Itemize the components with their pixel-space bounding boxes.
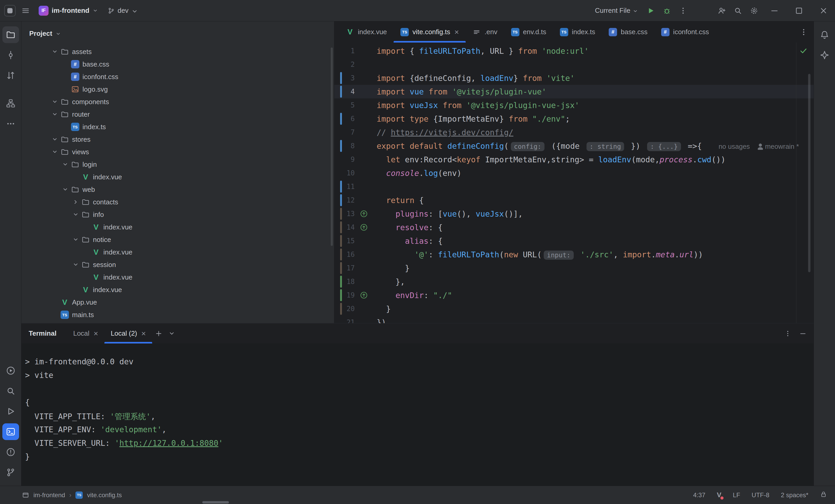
maximize-button[interactable] xyxy=(788,0,811,21)
chevron-icon[interactable] xyxy=(51,98,59,105)
code-line-9[interactable]: 9 let env:Record<keyof ImportMetaEnv,str… xyxy=(334,153,814,166)
code-line-1[interactable]: 1import { fileURLToPath, URL } from 'nod… xyxy=(334,44,814,58)
code-line-3[interactable]: 3import {defineConfig, loadEnv} from 'vi… xyxy=(334,71,814,85)
code-line-19[interactable]: 19 envDir: "./" xyxy=(334,288,814,302)
code-line-17[interactable]: 17 } xyxy=(334,261,814,275)
editor-tab-base-css[interactable]: #base.css xyxy=(602,21,654,43)
terminal-options-icon[interactable] xyxy=(781,327,794,340)
vim-mode-icon[interactable]: V xyxy=(717,491,721,499)
tree-item-router[interactable]: router xyxy=(21,108,334,121)
hide-terminal-icon[interactable] xyxy=(796,327,810,340)
terminal-tab-Local[interactable]: Local× xyxy=(67,323,104,343)
code-line-4[interactable]: 4import vue from '@vitejs/plugin-vue' xyxy=(334,85,814,98)
code-line-11[interactable]: 11 xyxy=(334,180,814,194)
chevron-icon[interactable] xyxy=(62,186,69,193)
tree-item-stores[interactable]: stores xyxy=(21,133,334,146)
code-line-16[interactable]: 16 '@': fileURLToPath(new URL(input: './… xyxy=(334,248,814,261)
find-tool-icon[interactable] xyxy=(2,383,19,399)
new-terminal-icon[interactable] xyxy=(152,327,165,340)
editor-tab-index-vue[interactable]: Vindex.vue xyxy=(339,21,394,43)
settings-icon[interactable] xyxy=(747,3,761,18)
code-line-10[interactable]: 10 console.log(env) xyxy=(334,166,814,180)
chevron-icon[interactable] xyxy=(72,236,79,243)
terminal-title[interactable]: Terminal xyxy=(29,329,56,338)
gutter-action-icon[interactable] xyxy=(355,210,376,218)
caret-position[interactable]: 4:37 xyxy=(693,491,706,499)
code-line-21[interactable]: 21}) xyxy=(334,316,814,323)
chevron-icon[interactable] xyxy=(51,111,59,118)
tree-item-notice[interactable]: notice xyxy=(21,233,334,246)
tree-item-App-vue[interactable]: VApp.vue xyxy=(21,296,334,308)
tree-item-main-ts[interactable]: TSmain.ts xyxy=(21,308,334,321)
terminal-output[interactable]: > im-frontend@0.0.0 dev> vite{ VITE_APP_… xyxy=(21,343,814,486)
branch-widget[interactable]: dev xyxy=(104,4,140,17)
code-editor[interactable]: 1import { fileURLToPath, URL } from 'nod… xyxy=(334,43,814,323)
code-line-12[interactable]: 12 return { xyxy=(334,194,814,207)
editor-scrollbar-thumb[interactable] xyxy=(808,74,811,272)
run-config-selector[interactable]: Current File xyxy=(591,6,642,15)
chevron-icon[interactable] xyxy=(72,261,79,268)
tree-item-base-css[interactable]: #base.css xyxy=(21,58,334,70)
code-line-8[interactable]: 8export default defineConfig(config: ({m… xyxy=(334,139,814,153)
services-tool-icon[interactable] xyxy=(2,362,19,379)
file-encoding[interactable]: UTF-8 xyxy=(752,491,770,499)
chevron-icon[interactable] xyxy=(51,48,59,55)
run-tool-icon[interactable] xyxy=(2,403,19,420)
editor-tab-iconfont-css[interactable]: #iconfont.css xyxy=(654,21,716,43)
tree-item-index-vue[interactable]: Vindex.vue xyxy=(21,271,334,283)
project-tool-icon[interactable] xyxy=(2,26,19,43)
terminal-dropdown-icon[interactable] xyxy=(165,327,178,340)
gutter-action-icon[interactable] xyxy=(355,291,376,299)
editor-tab-index-ts[interactable]: TSindex.ts xyxy=(553,21,602,43)
file-lock-icon[interactable] xyxy=(820,491,827,500)
minimize-button[interactable] xyxy=(763,0,786,21)
code-line-6[interactable]: 6import type {ImportMetaEnv} from "./env… xyxy=(334,112,814,125)
tree-item-index-vue[interactable]: Vindex.vue xyxy=(21,221,334,233)
search-everywhere-icon[interactable] xyxy=(731,3,745,18)
tree-item-index-vue[interactable]: Vindex.vue xyxy=(21,283,334,296)
breadcrumb-file[interactable]: vite.config.ts xyxy=(87,491,122,499)
more-tools-icon[interactable] xyxy=(2,115,19,132)
indent-style[interactable]: 2 spaces* xyxy=(781,491,808,499)
debug-button[interactable] xyxy=(659,3,674,18)
structure-tool-icon[interactable] xyxy=(2,95,19,112)
editor-tab-vite-config-ts[interactable]: TSvite.config.ts× xyxy=(394,21,466,43)
tree-item-login[interactable]: login xyxy=(21,158,334,171)
run-button[interactable] xyxy=(644,3,658,18)
editor-tab-env[interactable]: .env xyxy=(466,21,504,43)
tree-item-contacts[interactable]: contacts xyxy=(21,196,334,208)
horizontal-scrollbar-thumb[interactable] xyxy=(202,501,229,503)
tree-item-logo-svg[interactable]: logo.svg xyxy=(21,83,334,96)
commit-tool-icon[interactable] xyxy=(2,47,19,63)
chevron-icon[interactable] xyxy=(51,136,59,143)
close-button[interactable] xyxy=(812,0,835,21)
gutter-action-icon[interactable] xyxy=(355,223,376,231)
code-line-20[interactable]: 20 } xyxy=(334,302,814,316)
tree-item-session[interactable]: session xyxy=(21,258,334,271)
tab-options-icon[interactable] xyxy=(796,25,811,39)
chevron-icon[interactable] xyxy=(72,211,79,218)
chevron-icon[interactable] xyxy=(62,161,69,168)
project-scrollbar-thumb[interactable] xyxy=(331,47,333,246)
inspections-ok-icon[interactable] xyxy=(799,46,810,57)
tree-item-components[interactable]: components xyxy=(21,96,334,108)
breadcrumb-project[interactable]: im-frontend xyxy=(34,491,65,499)
project-panel-header[interactable]: Project xyxy=(21,21,334,45)
tree-item-info[interactable]: info xyxy=(21,208,334,221)
tree-item-iconfont-css[interactable]: #iconfont.css xyxy=(21,70,334,83)
line-ending[interactable]: LF xyxy=(733,491,740,499)
notifications-icon[interactable] xyxy=(816,26,833,43)
code-line-13[interactable]: 13 plugins: [vue(), vueJsx()], xyxy=(334,207,814,221)
code-line-5[interactable]: 5import vueJsx from '@vitejs/plugin-vue-… xyxy=(334,98,814,112)
pull-requests-tool-icon[interactable] xyxy=(2,67,19,84)
terminal-tool-icon[interactable] xyxy=(2,423,19,440)
code-with-me-icon[interactable] xyxy=(714,3,729,18)
more-actions-icon[interactable] xyxy=(676,3,690,18)
terminal-tab-Local-2[interactable]: Local (2)× xyxy=(104,323,152,343)
tree-item-assets[interactable]: assets xyxy=(21,45,334,58)
editor-tab-env-d-ts[interactable]: TSenv.d.ts xyxy=(504,21,553,43)
code-line-7[interactable]: 7// https://vitejs.dev/config/ xyxy=(334,125,814,139)
close-terminal-tab-icon[interactable]: × xyxy=(141,330,146,338)
tree-item-index-vue[interactable]: Vindex.vue xyxy=(21,246,334,258)
problems-tool-icon[interactable] xyxy=(2,444,19,460)
